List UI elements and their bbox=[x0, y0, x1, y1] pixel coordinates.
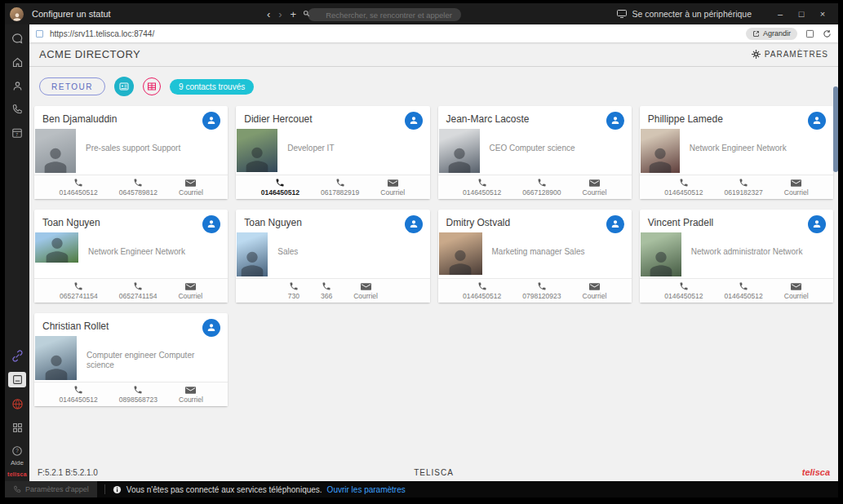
page-title: ACME DIRECTORY bbox=[39, 48, 140, 60]
contact-card[interactable]: Ben Djamaluddin Pre-sales support Suppor… bbox=[34, 106, 228, 199]
envelope-icon bbox=[185, 386, 196, 395]
email-button[interactable]: Courriel bbox=[353, 282, 378, 300]
contact-card[interactable]: Toan Nguyen Network Engineer Network 065… bbox=[34, 210, 228, 303]
link-icon[interactable] bbox=[10, 348, 24, 363]
phone-icon[interactable] bbox=[10, 102, 24, 117]
envelope-icon bbox=[388, 179, 398, 188]
email-button[interactable]: Courriel bbox=[380, 179, 405, 197]
table-view-button[interactable] bbox=[143, 77, 161, 95]
main-content: https://srv11.telisca.loc:8744/ Agrandir… bbox=[29, 24, 838, 481]
phone-icon bbox=[133, 281, 143, 291]
settings-button[interactable]: PARAMÈTRES bbox=[752, 50, 828, 59]
email-button[interactable]: Courriel bbox=[179, 386, 203, 404]
contact-card[interactable]: Didier Hercouet Developer IT 0146450512 … bbox=[236, 106, 429, 199]
scrollbar-thumb[interactable] bbox=[833, 86, 838, 172]
contact-profile-button[interactable] bbox=[808, 215, 826, 233]
call-secondary-button[interactable]: 0667128900 bbox=[522, 178, 561, 197]
phone-icon bbox=[537, 281, 547, 291]
call-settings-button[interactable]: Paramètres d'appel bbox=[5, 481, 97, 497]
chat-icon[interactable] bbox=[10, 31, 24, 46]
user-avatar[interactable] bbox=[10, 7, 24, 21]
globe-icon[interactable] bbox=[10, 396, 24, 411]
contact-photo bbox=[439, 232, 482, 275]
search-icon bbox=[303, 10, 310, 17]
contact-card[interactable]: Phillippe Lamede Network Engineer Networ… bbox=[640, 106, 833, 199]
gear-icon bbox=[752, 50, 761, 59]
nav-back-button[interactable]: ‹ bbox=[267, 8, 270, 20]
call-secondary-button[interactable]: 0645789812 bbox=[119, 178, 158, 197]
minimize-button[interactable]: – bbox=[770, 3, 791, 24]
call-primary-button[interactable]: 0146450512 bbox=[59, 178, 97, 197]
contact-card[interactable]: Jean-Marc Lacoste CEO Computer science 0… bbox=[438, 106, 632, 199]
contact-photo bbox=[35, 336, 77, 380]
contact-profile-button[interactable] bbox=[405, 215, 423, 233]
contact-name: Ben Djamaluddin bbox=[34, 106, 228, 125]
contact-profile-button[interactable] bbox=[606, 215, 624, 233]
call-primary-button[interactable]: 0146450512 bbox=[664, 281, 703, 300]
call-primary-button[interactable]: 0146450512 bbox=[463, 281, 501, 300]
card-view-button[interactable] bbox=[114, 77, 134, 96]
call-secondary-button[interactable]: 0617882919 bbox=[321, 178, 359, 197]
contact-card[interactable]: Vincent Pradell Network administrator Ne… bbox=[640, 210, 833, 303]
contact-actions: 0146450512 0619182327 Courriel bbox=[640, 175, 833, 199]
call-secondary-button[interactable]: 0146450512 bbox=[724, 281, 762, 300]
open-settings-link[interactable]: Ouvrir les paramètres bbox=[327, 485, 406, 494]
envelope-icon bbox=[791, 282, 801, 291]
envelope-icon bbox=[589, 179, 600, 188]
call-secondary-button[interactable]: 0652741154 bbox=[119, 281, 158, 300]
call-secondary-button[interactable]: 0798120923 bbox=[522, 281, 561, 300]
search-input[interactable] bbox=[308, 8, 461, 21]
email-button[interactable]: Courriel bbox=[784, 282, 809, 300]
contacts-icon[interactable] bbox=[10, 78, 24, 93]
page-footer: F:5.2.1 B:5.2.1.0 TELISCA telisca bbox=[29, 463, 838, 481]
maximize-button[interactable]: □ bbox=[791, 3, 812, 24]
title-bar: Configurer un statut ‹ › + Se connecter … bbox=[5, 3, 838, 24]
call-primary-button[interactable]: 0146450512 bbox=[59, 385, 97, 404]
apps-grid-icon[interactable] bbox=[10, 420, 24, 435]
open-in-window-icon[interactable] bbox=[805, 29, 814, 38]
call-primary-button[interactable]: 0146450512 bbox=[261, 178, 299, 197]
contact-card[interactable]: Dmitry Ostvald Marketing manager Sales 0… bbox=[438, 210, 632, 303]
phone-icon bbox=[679, 281, 689, 291]
email-button[interactable]: Courriel bbox=[583, 179, 607, 197]
phone-icon bbox=[73, 178, 83, 188]
email-button[interactable]: Courriel bbox=[583, 282, 607, 300]
contact-profile-button[interactable] bbox=[606, 112, 624, 130]
email-label: Courriel bbox=[583, 188, 607, 197]
url-text[interactable]: https://srv11.telisca.loc:8744/ bbox=[50, 29, 154, 38]
email-button[interactable]: Courriel bbox=[178, 282, 202, 300]
page-favicon-icon bbox=[36, 30, 43, 38]
call-primary-button[interactable]: 0146450512 bbox=[664, 178, 703, 197]
help-icon[interactable]: ? bbox=[10, 444, 24, 458]
active-app-icon[interactable] bbox=[8, 372, 26, 387]
refresh-icon[interactable] bbox=[823, 29, 832, 38]
call-secondary-button[interactable]: 0619182327 bbox=[724, 178, 762, 197]
call-primary-button[interactable]: 730 bbox=[288, 281, 299, 300]
call-primary-button[interactable]: 0146450512 bbox=[463, 178, 501, 197]
contact-card-icon bbox=[119, 82, 129, 91]
nav-forward-button[interactable]: › bbox=[278, 8, 282, 20]
scrollbar[interactable] bbox=[833, 50, 838, 481]
close-button[interactable]: × bbox=[812, 3, 833, 24]
person-circle-icon bbox=[206, 322, 217, 334]
home-icon[interactable] bbox=[10, 55, 24, 69]
call-secondary-button[interactable]: 366 bbox=[321, 281, 332, 300]
photo-silhouette bbox=[444, 245, 477, 275]
call-secondary-button[interactable]: 0898568723 bbox=[119, 385, 158, 404]
contact-card[interactable]: Christian Rollet Computer engineer Compu… bbox=[34, 313, 228, 406]
person-circle-icon bbox=[811, 219, 823, 230]
agrandir-button[interactable]: Agrandir bbox=[746, 28, 797, 40]
contact-profile-button[interactable] bbox=[808, 112, 826, 130]
contact-profile-button[interactable] bbox=[405, 112, 423, 130]
contact-card[interactable]: Toan Nguyen Sales 730 366 Courriel bbox=[236, 210, 429, 303]
calendar-icon[interactable]: 7 bbox=[10, 126, 24, 140]
phone-icon bbox=[73, 385, 83, 395]
email-button[interactable]: Courriel bbox=[784, 179, 809, 197]
call-primary-button[interactable]: 0652741154 bbox=[60, 281, 98, 300]
retour-button[interactable]: RETOUR bbox=[39, 77, 105, 95]
email-button[interactable]: Courriel bbox=[179, 179, 203, 197]
contact-name: Christian Rollet bbox=[34, 313, 228, 332]
connect-device-button[interactable]: Se connecter à un périphérique bbox=[617, 9, 752, 19]
nav-add-tab-button[interactable]: + bbox=[291, 8, 297, 20]
person-circle-icon bbox=[408, 219, 419, 230]
